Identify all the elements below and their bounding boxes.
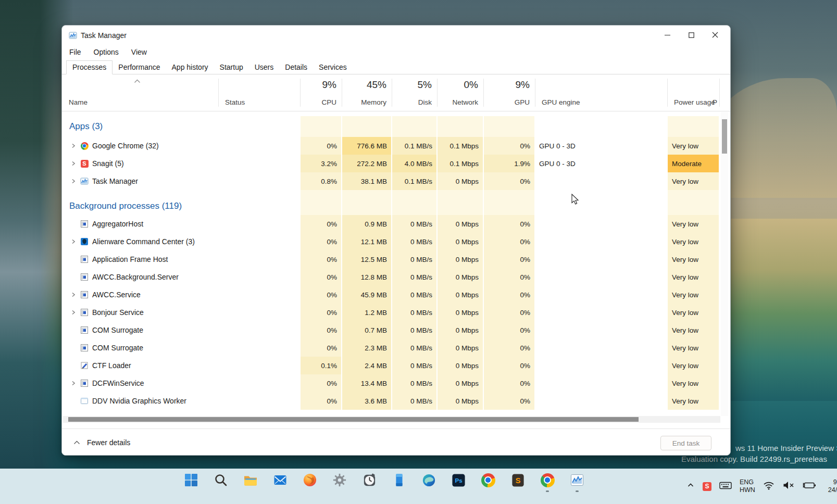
network-cell: 0 Mbps xyxy=(438,172,483,190)
taskbar-icon-chrome[interactable] xyxy=(478,470,498,493)
taskbar-icon-sublime-text[interactable]: S xyxy=(507,470,528,493)
column-header-network[interactable]: Network xyxy=(437,98,478,106)
taskbar-icon-start[interactable] xyxy=(181,470,202,493)
header-percent-memory[interactable]: 45% xyxy=(342,79,386,91)
cpu-cell: 0% xyxy=(301,250,341,268)
process-row[interactable]: AWCC.Background.Server0%12.8 MB0 MB/s0 M… xyxy=(62,268,730,286)
taskbar-icon-firefox[interactable] xyxy=(299,470,320,493)
svg-text:S: S xyxy=(515,476,520,485)
column-header-cpu[interactable]: CPU xyxy=(300,98,336,106)
expand-chevron-icon[interactable] xyxy=(70,179,77,184)
expand-chevron-icon[interactable] xyxy=(70,239,77,244)
fewer-details-toggle[interactable]: Fewer details xyxy=(73,438,130,447)
horizontal-scrollbar[interactable] xyxy=(63,416,720,423)
status-cell xyxy=(218,392,299,410)
network-cell: 0 Mbps xyxy=(438,215,483,233)
tab-app-history[interactable]: App history xyxy=(166,61,214,74)
column-separator xyxy=(218,79,219,107)
taskbar-icon-chrome-2[interactable] xyxy=(537,470,558,493)
close-icon xyxy=(712,31,718,40)
process-row[interactable]: COM Surrogate0%0.7 MB0 MB/s0 Mbps0%Very … xyxy=(62,321,730,339)
header-percent-cpu[interactable]: 9% xyxy=(300,79,336,91)
column-header-power-usage[interactable]: Power usage xyxy=(674,98,715,106)
taskbar-icon-your-phone[interactable] xyxy=(389,470,409,493)
column-header-name[interactable]: Name xyxy=(69,98,88,106)
task-manager-app-icon xyxy=(69,31,77,42)
horizontal-scrollbar-thumb[interactable] xyxy=(68,417,639,422)
memory-cell: 2.3 MB xyxy=(342,339,391,357)
status-cell xyxy=(218,155,299,172)
expand-chevron-icon[interactable] xyxy=(70,381,77,386)
taskbar-icon-task-manager[interactable] xyxy=(567,470,588,493)
expand-chevron-icon[interactable] xyxy=(70,310,77,315)
close-button[interactable] xyxy=(703,26,727,45)
tab-processes[interactable]: Processes xyxy=(66,60,113,74)
process-row[interactable]: DDV Nvidia Graphics Worker0%3.6 MB0 MB/s… xyxy=(62,392,730,410)
process-row[interactable]: Alienware Command Center (3)0%12.1 MB0 M… xyxy=(62,233,730,250)
title-bar[interactable]: Task Manager xyxy=(62,26,730,45)
tray-touch-keyboard[interactable] xyxy=(719,481,732,492)
minimize-button[interactable] xyxy=(655,26,679,45)
expand-chevron-icon[interactable] xyxy=(70,161,77,166)
header-percent-disk[interactable]: 5% xyxy=(392,79,432,91)
header-percent-network[interactable]: 0% xyxy=(437,79,478,91)
process-row[interactable]: AggregatorHost0%0.9 MB0 MB/s0 Mbps0%Very… xyxy=(62,215,730,233)
taskbar-icon-alarms-clock[interactable] xyxy=(359,470,380,493)
tab-performance[interactable]: Performance xyxy=(113,61,166,74)
ctf-icon xyxy=(80,361,89,370)
taskbar-icon-edge[interactable] xyxy=(418,470,439,493)
process-row[interactable]: Application Frame Host0%12.5 MB0 MB/s0 M… xyxy=(62,250,730,268)
tab-users[interactable]: Users xyxy=(249,61,280,74)
menu-item-file[interactable]: File xyxy=(69,48,81,56)
maximize-icon xyxy=(689,31,694,40)
vertical-scrollbar[interactable] xyxy=(721,112,728,416)
maximize-button[interactable] xyxy=(679,26,703,45)
tray-volume-muted[interactable] xyxy=(782,481,794,492)
taskbar-icon-photoshop[interactable]: Ps xyxy=(448,470,469,493)
tray-chevron-up[interactable] xyxy=(686,481,695,492)
language-indicator[interactable]: ENGHWN xyxy=(740,478,755,494)
tab-details[interactable]: Details xyxy=(279,61,313,74)
disk-cell: 0 MB/s xyxy=(392,374,436,392)
tray-wifi[interactable] xyxy=(763,481,774,492)
menu-item-view[interactable]: View xyxy=(131,48,147,56)
process-name-cell: Alienware Command Center (3) xyxy=(62,233,216,250)
tray-snagit[interactable]: S xyxy=(703,482,711,491)
tray-battery[interactable] xyxy=(802,481,816,492)
process-row[interactable]: Task Manager0.8%38.1 MB0.1 MB/s0 Mbps0%V… xyxy=(62,172,730,190)
process-row[interactable]: Google Chrome (32)0%776.6 MB0.1 MB/s0.1 … xyxy=(62,137,730,155)
column-header-gpu-engine[interactable]: GPU engine xyxy=(542,98,580,106)
menu-bar: FileOptionsView xyxy=(69,45,147,59)
group-header-row[interactable]: Background processes (119) xyxy=(62,190,730,215)
column-header-gpu[interactable]: GPU xyxy=(483,98,530,106)
tray-clock[interactable]: 924/ xyxy=(828,478,837,494)
taskbar-icon-mail[interactable] xyxy=(270,470,291,493)
power-usage-cell: Very low xyxy=(668,392,719,410)
taskbar-icon-file-explorer[interactable] xyxy=(240,470,261,493)
process-row[interactable]: COM Surrogate0%2.3 MB0 MB/s0 Mbps0%Very … xyxy=(62,339,730,357)
expand-chevron-icon[interactable] xyxy=(70,143,77,148)
gpu-engine-cell: GPU 0 - 3D xyxy=(535,137,667,155)
process-row[interactable]: SSnagit (5)3.2%272.2 MB4.0 MB/s0.1 Mbps1… xyxy=(62,155,730,172)
process-row[interactable]: CTF Loader0.1%2.4 MB0 MB/s0 Mbps0%Very l… xyxy=(62,357,730,374)
process-row[interactable]: AWCC.Service0%45.9 MB0 MB/s0 Mbps0%Very … xyxy=(62,286,730,304)
taskbar-icon-settings[interactable] xyxy=(329,470,350,493)
group-header-row[interactable]: Apps (3) xyxy=(62,116,730,137)
process-row[interactable]: Bonjour Service0%1.2 MB0 MB/s0 Mbps0%Ver… xyxy=(62,304,730,321)
taskbar-icon-search[interactable] xyxy=(210,470,231,493)
process-row[interactable]: DCFWinService0%13.4 MB0 MB/s0 Mbps0%Very… xyxy=(62,374,730,392)
expand-chevron-icon[interactable] xyxy=(70,292,77,297)
header-percent-gpu[interactable]: 9% xyxy=(483,79,530,91)
tab-services[interactable]: Services xyxy=(313,61,353,74)
end-task-button[interactable]: End task xyxy=(660,436,711,450)
column-header-memory[interactable]: Memory xyxy=(342,98,386,106)
vertical-scrollbar-thumb[interactable] xyxy=(722,119,727,154)
gpu-cell: 0% xyxy=(484,286,534,304)
column-header-clipped[interactable]: P xyxy=(713,98,717,106)
wifi-icon xyxy=(763,481,774,492)
tab-startup[interactable]: Startup xyxy=(214,61,249,74)
column-header-status[interactable]: Status xyxy=(225,98,245,106)
column-header-disk[interactable]: Disk xyxy=(392,98,432,106)
menu-item-options[interactable]: Options xyxy=(94,48,119,56)
memory-cell: 12.5 MB xyxy=(342,250,391,268)
